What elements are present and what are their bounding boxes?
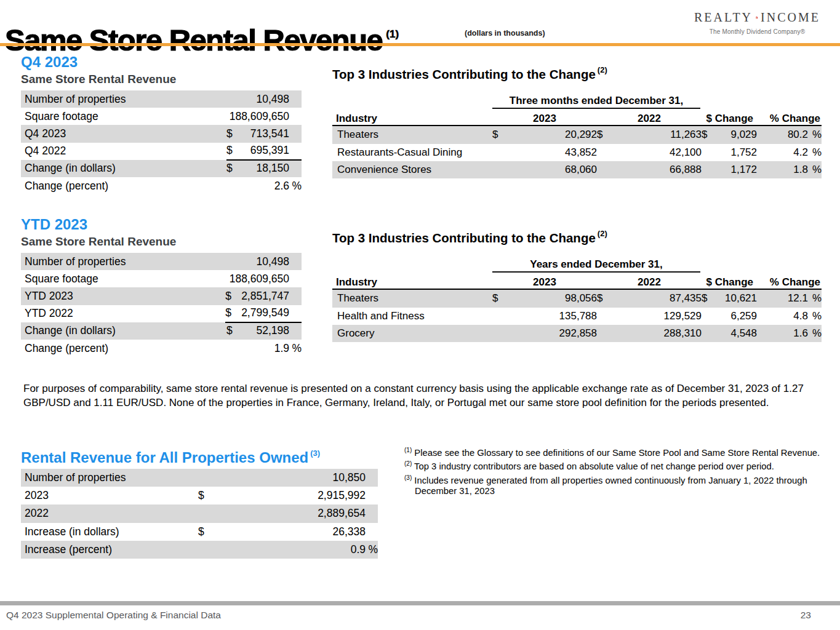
row-label: Number of properties [21,93,126,106]
cell-2022: $11,263 [597,126,702,143]
table-row: Grocery 292,858 288,310 4,548 1.6% [332,325,822,342]
value-change: 1,752 [718,146,757,159]
row-value: 2,799,549 [241,306,289,319]
value-2022: 42,100 [613,146,702,159]
all-properties-section: Rental Revenue for All Properties Owned(… [21,447,378,559]
row-value-group: $52,198 [226,322,302,340]
cell-dollar-change: 6,259 [702,308,757,325]
footnote-3: (3) Includes revenue generated from all … [404,472,835,497]
row-label: Increase (percent) [21,543,112,556]
table-row: Square footage188,609,650 [21,108,302,125]
currency-symbol: $ [198,489,214,502]
row-value: 2,889,654 [214,507,366,520]
heading-text: Top 3 Industries Contributing to the Cha… [332,67,596,81]
q4-heading: Q4 2023 [21,54,302,70]
footnote-ref: (3) [404,474,412,481]
currency-symbol: $ [225,290,241,303]
col-industry: Industry [332,113,492,125]
col-industry: Industry [332,276,492,289]
row-value: 695,391 [242,144,289,157]
q4-industries-section: Top 3 Industries Contributing to the Cha… [332,64,822,178]
currency-symbol: $ [226,127,242,140]
cell-2023: $20,292 [492,126,597,143]
page-title: Same Store Rental Revenue(1) [5,23,399,57]
row-value-group: 2,889,654 [198,504,378,522]
value-change: 6,259 [718,310,757,322]
row-label: Number of properties [21,471,126,484]
q4-summary-table: Number of properties10,498 Square footag… [21,90,302,194]
cell-2023: $98,056 [492,290,597,307]
row-unit: % [289,180,302,193]
value-change: 9,029 [718,129,757,141]
row-value: 188,609,650 [230,273,289,285]
currency-symbol: $ [702,129,718,141]
table-row: Increase (percent)0.9% [21,541,378,559]
logo-wordmark: REALTY INCOME [694,8,820,27]
period-span-header: Years ended December 31, [492,258,700,273]
industry-name: Restaurants-Casual Dining [332,146,492,159]
row-label: Change (percent) [21,342,108,355]
table-header-row: Industry 2023 2022 $ Change % Change [332,273,822,290]
table-row: YTD 2023$2,851,747 [21,287,302,305]
table-row: 2023$2,915,992 [21,487,378,504]
row-value-group: 2.6% [226,177,302,194]
cell-dollar-change: $10,621 [702,290,757,307]
footnote-ref: (2) [404,460,412,467]
cell-2023: 292,858 [492,325,597,342]
percent-sign: % [808,292,822,305]
value-2022: 87,435 [613,292,702,305]
ytd-summary-table: Number of properties10,498 Square footag… [21,253,302,357]
table-row: Convenience Stores 68,060 66,888 1,172 1… [332,161,822,178]
footnotes: (1) Please see the Glossary to see defin… [404,445,835,496]
value-change: 1,172 [718,164,757,176]
page-title-text: Same Store Rental Revenue [5,23,382,57]
value-percent: 12.1 [757,292,808,305]
row-value-group: $18,150 [226,160,302,177]
value-2022: 129,529 [613,310,702,322]
row-unit: % [366,543,378,556]
col-2022: 2022 [597,113,702,125]
col-2022: 2022 [597,276,702,289]
footnote-text: Please see the Glossary to see definitio… [414,448,820,458]
row-value: 2,915,992 [214,489,366,502]
cell-percent-change: 12.1% [757,290,822,307]
table-row: Square footage188,609,650 [21,270,302,287]
row-label: Number of properties [21,255,126,268]
cell-percent-change: 1.6% [757,325,822,342]
currency-symbol: $ [702,292,718,305]
comparability-note: For purposes of comparability, same stor… [23,382,813,410]
col-2023: 2023 [492,113,597,125]
table-row: YTD 2022$2,799,549 [21,305,302,322]
row-label: YTD 2023 [21,290,73,303]
cell-dollar-change: $9,029 [702,126,757,143]
footnote-text: Top 3 industry contributors are based on… [414,461,774,471]
row-value: 1.9 [242,342,289,355]
row-value: 0.9 [214,543,366,556]
row-value: 713,541 [242,127,289,140]
cell-dollar-change: 4,548 [702,325,757,342]
industry-name: Grocery [332,327,492,340]
heading-text: Rental Revenue for All Properties Owned [21,449,308,466]
percent-sign: % [808,164,822,176]
table-row: Q4 2023$713,541 [21,125,302,142]
value-2022: 11,263 [613,129,702,141]
all-properties-heading: Rental Revenue for All Properties Owned(… [21,447,378,465]
period-span-header: Three months ended December 31, [492,94,700,109]
row-label: 2022 [21,507,49,520]
heading-text: Top 3 Industries Contributing to the Cha… [332,231,596,245]
row-value-group: $2,851,747 [225,287,302,305]
col-2023: 2023 [492,276,597,289]
value-percent: 1.6 [757,327,808,340]
row-value-group: 10,498 [226,253,302,270]
cell-2023: 43,852 [492,144,597,161]
col-percent-change: % Change [757,276,822,289]
all-properties-table: Number of properties10,850 2023$2,915,99… [21,469,378,559]
industry-name: Theaters [332,129,492,141]
currency-symbol: $ [225,306,241,319]
table-row: Q4 2022$695,391 [21,143,302,160]
table-row: Theaters $98,056 $87,435 $10,621 12.1% [332,290,822,307]
value-percent: 1.8 [757,164,808,176]
ytd-heading: YTD 2023 [21,217,302,232]
row-value-group: 0.9% [198,541,378,559]
row-label: YTD 2022 [21,307,73,320]
